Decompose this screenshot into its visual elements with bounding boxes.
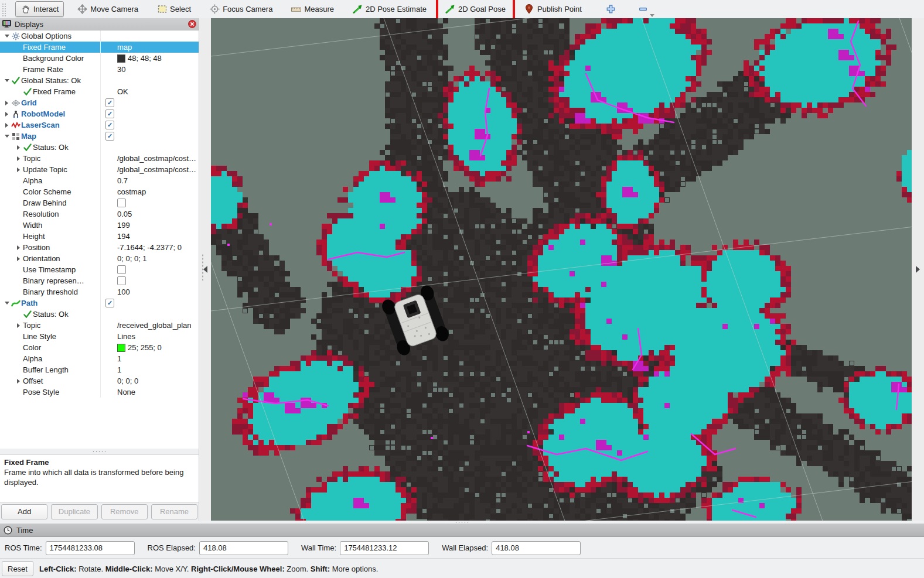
reset-button[interactable]: Reset	[2, 561, 33, 576]
expander-open-icon[interactable]	[3, 35, 11, 37]
property-value[interactable]: -7.1644; -4.2377; 0	[115, 243, 199, 252]
tree-row-alpha[interactable]: Alpha1	[0, 353, 199, 364]
expander-closed-icon[interactable]	[3, 123, 11, 128]
checkbox-checked[interactable]: ✓	[105, 98, 114, 107]
property-value[interactable]: 194	[115, 232, 199, 241]
tree-row-color[interactable]: Color25; 255; 0	[0, 342, 199, 353]
property-value[interactable]: 0; 0; 0	[115, 377, 199, 385]
displays-panel-titlebar[interactable]: Displays	[0, 18, 199, 30]
property-value[interactable]: Lines	[115, 332, 199, 341]
toolbar-drag-handle[interactable]	[1, 2, 7, 16]
tree-row-binary-threshold[interactable]: Binary threshold100	[0, 286, 199, 297]
panel-splitter[interactable]	[0, 449, 199, 454]
property-value[interactable]: map	[115, 43, 199, 52]
expander-closed-icon[interactable]	[3, 101, 11, 105]
3d-viewport[interactable]	[211, 18, 912, 521]
checkbox-checked[interactable]: ✓	[105, 110, 114, 118]
close-panel-button[interactable]	[188, 20, 196, 28]
interact-button[interactable]: Interact	[15, 1, 64, 17]
measure-button[interactable]: Measure	[286, 1, 339, 17]
tree-row-frame-rate[interactable]: Frame Rate30	[0, 64, 199, 75]
property-value[interactable]	[115, 265, 199, 274]
expander-open-icon[interactable]	[3, 135, 11, 138]
property-value[interactable]: ✓	[104, 132, 199, 141]
focus-camera-button[interactable]: Focus Camera	[204, 1, 278, 17]
property-value[interactable]	[115, 199, 199, 207]
tree-row-color-scheme[interactable]: Color Schemecostmap	[0, 186, 199, 197]
ros-time-input[interactable]	[46, 541, 135, 555]
tree-row-height[interactable]: Height194	[0, 231, 199, 242]
expander-open-icon[interactable]	[3, 79, 11, 82]
expander-closed-icon[interactable]	[15, 145, 22, 150]
goal-pose-button[interactable]: 2D Goal Pose	[440, 1, 511, 17]
tree-row-resolution[interactable]: Resolution0.05	[0, 208, 199, 220]
property-value[interactable]: 1	[115, 354, 199, 363]
tree-row-line-style[interactable]: Line StyleLines	[0, 331, 199, 342]
tree-row-draw-behind[interactable]: Draw Behind	[0, 197, 199, 208]
property-value[interactable]: /global_costmap/cost…	[115, 165, 199, 174]
tree-row-offset[interactable]: Offset0; 0; 0	[0, 375, 199, 387]
property-value[interactable]	[115, 276, 199, 285]
expander-closed-icon[interactable]	[3, 112, 11, 117]
tree-row-laserscan[interactable]: LaserScan✓	[0, 119, 199, 131]
property-value[interactable]: ✓	[104, 299, 199, 307]
property-value[interactable]: /global_costmap/cost…	[115, 154, 199, 163]
checkbox-unchecked[interactable]	[117, 265, 126, 274]
tree-row-alpha[interactable]: Alpha0.7	[0, 175, 199, 186]
tree-row-global-status-ok[interactable]: Global Status: Ok	[0, 75, 199, 86]
checkbox-checked[interactable]: ✓	[105, 132, 114, 141]
tree-row-use-timestamp[interactable]: Use Timestamp	[0, 264, 199, 275]
tree-row-status-ok[interactable]: Status: Ok	[0, 142, 199, 153]
property-value[interactable]: 0; 0; 0; 1	[115, 254, 199, 263]
remove-tool-button[interactable]	[635, 1, 652, 17]
ros-elapsed-input[interactable]	[199, 541, 288, 555]
checkbox-checked[interactable]: ✓	[105, 299, 114, 307]
expander-closed-icon[interactable]	[15, 256, 22, 261]
expander-closed-icon[interactable]	[15, 245, 22, 250]
checkbox-unchecked[interactable]	[117, 276, 126, 285]
tree-row-fixed-frame[interactable]: Fixed Framemap	[0, 42, 199, 53]
left-dock-splitter[interactable]	[199, 18, 211, 521]
remove-button[interactable]: Remove	[101, 504, 148, 519]
time-panel-titlebar[interactable]: Time	[0, 524, 924, 537]
costmap-view[interactable]	[211, 18, 912, 521]
property-value[interactable]: 100	[115, 288, 199, 296]
tree-row-pose-style[interactable]: Pose StyleNone	[0, 387, 199, 398]
wall-elapsed-input[interactable]	[492, 541, 581, 555]
checkbox-unchecked[interactable]	[117, 199, 126, 207]
tree-row-map[interactable]: Map✓	[0, 131, 199, 142]
tree-row-background-color[interactable]: Background Color48; 48; 48	[0, 53, 199, 64]
pose-estimate-button[interactable]: 2D Pose Estimate	[347, 1, 432, 17]
property-value[interactable]: OK	[115, 87, 199, 96]
property-value[interactable]: 48; 48; 48	[115, 54, 199, 63]
tree-row-status-ok[interactable]: Status: Ok	[0, 309, 199, 320]
property-value[interactable]: 1	[115, 365, 199, 374]
expander-closed-icon[interactable]	[15, 379, 22, 384]
select-button[interactable]: Select	[152, 1, 196, 17]
tree-row-position[interactable]: Position-7.1644; -4.2377; 0	[0, 242, 199, 253]
collapse-right-icon[interactable]	[916, 266, 920, 273]
publish-point-button[interactable]: Publish Point	[519, 1, 587, 17]
tree-row-topic[interactable]: Topic/global_costmap/cost…	[0, 153, 199, 164]
move-camera-button[interactable]: Move Camera	[72, 1, 144, 17]
tree-row-width[interactable]: Width199	[0, 220, 199, 231]
tree-row-global-options[interactable]: Global Options	[0, 30, 199, 42]
wall-time-input[interactable]	[340, 541, 429, 555]
expander-closed-icon[interactable]	[15, 167, 22, 172]
right-dock-splitter[interactable]	[912, 18, 924, 521]
property-value[interactable]: 199	[115, 221, 199, 230]
tree-row-topic[interactable]: Topic/received_global_plan	[0, 320, 199, 331]
tree-row-update-topic[interactable]: Update Topic/global_costmap/cost…	[0, 164, 199, 175]
expander-closed-icon[interactable]	[15, 156, 22, 161]
expander-closed-icon[interactable]	[15, 323, 22, 328]
property-value[interactable]: ✓	[104, 121, 199, 129]
tree-row-buffer-length[interactable]: Buffer Length1	[0, 364, 199, 375]
property-value[interactable]: 30	[115, 65, 199, 74]
checkbox-checked[interactable]: ✓	[105, 121, 114, 129]
property-value[interactable]: ✓	[104, 110, 199, 118]
property-value[interactable]: /received_global_plan	[115, 321, 199, 330]
tree-row-binary-represen-[interactable]: Binary represen…	[0, 275, 199, 286]
property-value[interactable]: 25; 255; 0	[115, 343, 199, 352]
tree-row-robotmodel[interactable]: RobotModel✓	[0, 108, 199, 119]
property-value[interactable]: costmap	[115, 187, 199, 196]
